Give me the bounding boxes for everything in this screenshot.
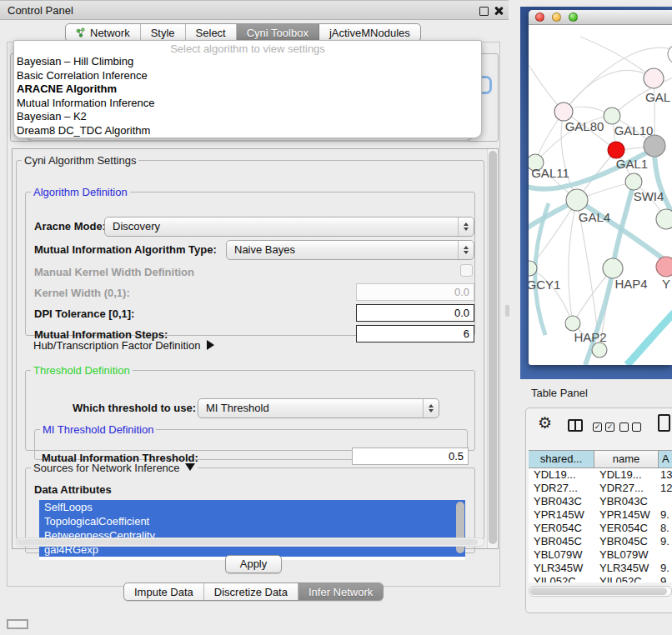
- gear-icon[interactable]: ⚙: [538, 415, 552, 431]
- table-horizontal-scrollbar[interactable]: [529, 586, 672, 597]
- cell: 9.: [659, 508, 672, 522]
- node-label: GAL80: [565, 119, 604, 133]
- hscroll-thumb[interactable]: [18, 539, 478, 545]
- settings-horizontal-scrollbar[interactable]: [16, 538, 484, 547]
- column-browser-icon[interactable]: [568, 419, 583, 432]
- tab-cyni-toolbox-label: Cyni Toolbox: [247, 27, 308, 39]
- attribute-item-selfloops[interactable]: SelfLoops: [39, 500, 465, 514]
- screen: Control Panel Network Style Select Cyni …: [0, 0, 672, 635]
- table-row[interactable]: YPR145WYPR145W9.: [529, 508, 672, 522]
- network-graph-canvas[interactable]: GAL GAL80 GAL10 GAL1 GAL11 SWI4 GAL4 GCY…: [529, 25, 672, 365]
- table-row[interactable]: YLR345WYLR345W9.: [529, 562, 672, 575]
- table-row[interactable]: YDL19...YDL19...13: [529, 468, 672, 482]
- node-gal10[interactable]: [604, 108, 620, 124]
- network-window-titlebar[interactable]: [529, 10, 672, 25]
- table-hscroll-thumb[interactable]: [530, 588, 667, 595]
- node-gal80[interactable]: [554, 102, 573, 121]
- node-hap2[interactable]: [565, 316, 580, 331]
- node-right-green[interactable]: [656, 209, 672, 229]
- dpi-tolerance-field[interactable]: 0.0: [356, 304, 474, 322]
- close-window-icon[interactable]: [535, 12, 544, 22]
- stepper-arrows-icon: [458, 241, 474, 259]
- dropdown-placeholder: Select algorithm to view settings: [14, 42, 481, 55]
- minimized-panel-icon[interactable]: [7, 619, 28, 629]
- which-threshold-combobox[interactable]: MI Threshold: [198, 398, 439, 418]
- deselect-all-columns-icon[interactable]: [619, 422, 641, 432]
- mi-steps-field[interactable]: 6: [356, 325, 474, 342]
- tab-impute-data[interactable]: Impute Data: [124, 583, 204, 600]
- dropdown-item-dream8[interactable]: Dream8 DC_TDC Algorithm: [14, 124, 481, 138]
- table-row[interactable]: YBR045CYBR045C9.: [529, 535, 672, 548]
- float-panel-icon[interactable]: [479, 7, 489, 16]
- table-body[interactable]: YDL19...YDL19...13 YDR27...YDR27...12 YB…: [529, 468, 672, 582]
- node-bottom-green[interactable]: [592, 342, 607, 358]
- dropdown-item-bayesian-hill-climbing[interactable]: Bayesian – Hill Climbing: [14, 55, 481, 69]
- select-all-columns-icon[interactable]: ✓✓: [593, 422, 614, 432]
- tab-select[interactable]: Select: [186, 24, 237, 41]
- cell: 12: [659, 482, 672, 495]
- node-y-partial[interactable]: [656, 257, 672, 277]
- panel-split-handle[interactable]: [505, 305, 509, 317]
- dropdown-item-basic-correlation[interactable]: Basic Correlation Inference: [14, 69, 481, 83]
- checked-box-icon: ✓: [605, 422, 614, 432]
- attribute-item-topologicalcoefficient[interactable]: TopologicalCoefficient: [39, 514, 465, 528]
- node-label: GAL4: [579, 210, 610, 224]
- table-row[interactable]: YBR043CYBR043C: [529, 495, 672, 508]
- mi-algorithm-type-combobox[interactable]: Naive Bayes: [226, 240, 474, 260]
- tab-network[interactable]: Network: [66, 24, 141, 41]
- close-panel-icon[interactable]: [494, 6, 503, 15]
- aracne-mode-combobox[interactable]: Discovery: [104, 217, 474, 237]
- tab-style[interactable]: Style: [141, 24, 186, 41]
- node-gal1-selected[interactable]: [608, 142, 624, 158]
- kernel-width-field[interactable]: 0.0: [356, 283, 474, 301]
- table-row[interactable]: YIL052CYIL052C9.: [529, 575, 672, 582]
- cell: YBR045C: [594, 535, 659, 548]
- dropdown-item-bayesian-k2[interactable]: Bayesian – K2: [14, 110, 481, 124]
- apply-button[interactable]: Apply: [225, 555, 282, 573]
- node-gal4[interactable]: [566, 189, 588, 211]
- mi-threshold-definition-title: MI Threshold Definition: [40, 423, 156, 436]
- threshold-definition-title: Threshold Definition: [31, 364, 133, 377]
- zoom-window-icon[interactable]: [569, 12, 578, 22]
- hub-definition-expander[interactable]: Hub/Transcription Factor Definition: [33, 339, 214, 352]
- cyni-mode-tabs: Impute Data Discretize Data Infer Networ…: [123, 582, 384, 601]
- tab-infer-network[interactable]: Infer Network: [298, 583, 383, 600]
- node-hap4[interactable]: [603, 258, 623, 278]
- node-label: HAP4: [614, 277, 647, 291]
- data-attributes-list[interactable]: SelfLoops TopologicalCoefficient Between…: [39, 500, 465, 560]
- export-table-icon[interactable]: [658, 414, 670, 432]
- settings-vertical-scrollbar[interactable]: [487, 149, 498, 548]
- table-header-row: shared... name A: [529, 450, 672, 468]
- column-header-shared-name[interactable]: shared...: [529, 451, 594, 468]
- manual-kernel-width-label: Manual Kernel Width Definition: [34, 266, 194, 278]
- network-view-window[interactable]: GAL GAL80 GAL10 GAL1 GAL11 SWI4 GAL4 GCY…: [529, 10, 672, 365]
- minimize-window-icon[interactable]: [552, 12, 561, 22]
- dropdown-item-mutual-information[interactable]: Mutual Information Inference: [14, 97, 481, 111]
- table-row[interactable]: YBL079WYBL079W: [529, 548, 672, 562]
- table-row[interactable]: YDR27...YDR27...12: [529, 482, 672, 495]
- tab-jactivemnodules[interactable]: jActiveMNodules: [319, 24, 420, 41]
- cell: 8.: [659, 522, 672, 535]
- vscroll-thumb[interactable]: [489, 151, 497, 544]
- node-gray[interactable]: [644, 135, 665, 157]
- node-swi4[interactable]: [625, 173, 642, 190]
- tab-discretize-data[interactable]: Discretize Data: [204, 583, 298, 600]
- node-label: HAP2: [574, 330, 606, 344]
- cell: YBR043C: [594, 495, 659, 508]
- kernel-width-label: Kernel Width (0,1):: [34, 287, 130, 299]
- table-row[interactable]: YER054CYER054C8.: [529, 522, 672, 535]
- node-unnamed-topright[interactable]: [668, 45, 672, 63]
- checked-box-icon: ✓: [593, 422, 602, 432]
- hub-definition-label: Hub/Transcription Factor Definition: [33, 339, 200, 352]
- column-header-name[interactable]: name: [594, 451, 659, 468]
- sources-title[interactable]: Sources for Network Inference: [31, 462, 198, 474]
- cell: [659, 495, 672, 508]
- dropdown-item-aracne[interactable]: ARACNE Algorithm: [14, 82, 481, 97]
- control-panel-tabs: Network Style Select Cyni Toolbox jActiv…: [65, 23, 421, 42]
- node-gal-partial[interactable]: [644, 68, 664, 88]
- column-header-partial[interactable]: A: [659, 451, 672, 468]
- manual-kernel-width-checkbox[interactable]: [460, 264, 473, 277]
- panel-title: Control Panel: [8, 4, 73, 17]
- expand-right-icon: [207, 340, 214, 350]
- tab-cyni-toolbox[interactable]: Cyni Toolbox: [237, 24, 319, 41]
